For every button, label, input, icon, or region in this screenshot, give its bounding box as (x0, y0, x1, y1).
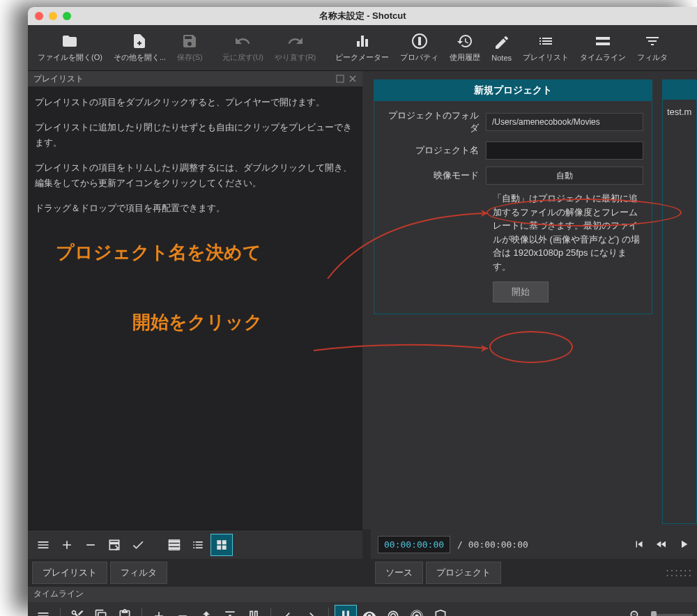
magnet-icon (339, 609, 353, 616)
timeline-panel-header: タイムライン (28, 587, 697, 602)
view-details-button[interactable] (163, 534, 185, 556)
split-icon (247, 609, 261, 616)
titlebar: 名称未設定 - Shotcut (28, 7, 697, 25)
folder-dropdown[interactable]: /Users/amenecobook/Movies (486, 113, 643, 131)
window-title: 名称未設定 - Shotcut (319, 10, 406, 22)
playlist-update-button[interactable] (103, 534, 125, 556)
timeline-button[interactable]: タイムライン (574, 30, 631, 66)
snap-button[interactable] (335, 605, 357, 616)
playlist-remove-button[interactable] (79, 534, 102, 556)
ripple-all-button[interactable] (406, 605, 428, 616)
zoom-out-icon (629, 609, 643, 616)
playlist-panel: プレイリスト プレイリストの項目をダブルクリックすると、プレイヤーで開けます。 … (28, 71, 362, 530)
toolbar-label: 元に戻す(U) (222, 52, 263, 63)
toolbar-label: その他を開く... (114, 52, 166, 63)
playlist-button[interactable]: プレイリスト (517, 30, 574, 66)
eye-icon (362, 609, 376, 616)
project-name-label: プロジェクト名 (383, 144, 486, 157)
filter-button[interactable]: フィルタ (631, 30, 673, 66)
tab-source[interactable]: ソース (375, 562, 423, 584)
equalizer-icon (354, 33, 371, 49)
annotation-ellipse (487, 199, 682, 226)
filter-icon (644, 33, 661, 49)
copy-button[interactable] (90, 605, 112, 616)
minus-icon (84, 538, 98, 552)
tab-project[interactable]: プロジェクト (426, 562, 501, 584)
open-file-button[interactable]: ファイルを開く(O) (32, 30, 108, 66)
scrub-button[interactable] (358, 605, 381, 616)
playlist-add-button[interactable] (56, 534, 78, 556)
timeline-toolbar (28, 602, 697, 616)
edit-icon (493, 34, 510, 51)
close-panel-icon[interactable] (348, 75, 357, 83)
check-icon (131, 538, 145, 552)
new-project-title: 新規プロジェクト (374, 80, 652, 101)
annotation-text: プロジェクト名を決めて (56, 237, 261, 268)
prev-marker-button[interactable] (277, 605, 299, 616)
cut-button[interactable] (66, 605, 89, 616)
annotation-ellipse (489, 331, 573, 363)
append-button[interactable] (148, 605, 170, 616)
close-window-button[interactable] (35, 12, 43, 20)
undo-button[interactable]: 元に戻す(U) (217, 30, 269, 66)
maximize-window-button[interactable] (63, 12, 71, 20)
minus-icon (176, 609, 190, 616)
ripple-all-icon (410, 609, 424, 616)
skip-start-icon[interactable] (633, 538, 645, 550)
save-button[interactable]: 保存(S) (171, 30, 208, 66)
paste-button[interactable] (114, 605, 136, 616)
chevron-left-icon (281, 609, 295, 616)
ripple-delete-button[interactable] (171, 605, 194, 616)
view-list-icon (191, 538, 205, 552)
open-other-button[interactable]: その他を開く... (108, 30, 171, 66)
view-list-button[interactable] (187, 534, 209, 556)
view-grid-button[interactable] (210, 534, 233, 556)
timeline-icon (595, 33, 611, 49)
lift-icon (199, 609, 213, 616)
overwrite-button[interactable] (219, 605, 241, 616)
playlist-toolbar (28, 530, 362, 559)
video-mode-dropdown[interactable]: 自動 (486, 167, 643, 185)
tab-playlist[interactable]: プレイリスト (32, 562, 107, 584)
plus-icon (152, 609, 166, 616)
right-area: 新規プロジェクト プロジェクトのフォルダ /Users/amenecobook/… (362, 71, 697, 530)
start-button[interactable]: 開始 (493, 282, 549, 302)
video-mode-label: 映像モード (383, 169, 486, 182)
split-button[interactable] (243, 605, 265, 616)
undock-icon[interactable] (336, 75, 344, 83)
traffic-lights (35, 12, 71, 20)
history-icon (457, 33, 473, 49)
timecode-total: / 00:00:00:00 (457, 539, 528, 550)
playlist-menu-button[interactable] (32, 534, 54, 556)
annotation-arrow (307, 340, 495, 361)
toolbar-label: プレイリスト (523, 52, 569, 63)
info-icon (411, 33, 428, 49)
history-button[interactable]: 使用履歴 (444, 30, 486, 66)
drag-handle-icon[interactable]: :::::: (666, 567, 693, 579)
timecode-input[interactable]: 00:00:00:00 (378, 536, 450, 553)
list-icon (537, 33, 554, 49)
next-marker-button[interactable] (300, 605, 323, 616)
toolbar-label: 使用履歴 (450, 52, 480, 63)
peak-meter-button[interactable]: ピークメーター (330, 30, 395, 66)
toolbar-label: プロパティ (400, 52, 438, 63)
view-detail-icon (167, 538, 181, 552)
minimize-window-button[interactable] (49, 12, 57, 20)
toolbar-label: Notes (491, 54, 512, 62)
ripple-button[interactable] (382, 605, 404, 616)
playlist-body: プレイリストの項目をダブルクリックすると、プレイヤーで開けます。 プレイリストに… (28, 86, 362, 530)
project-name-input[interactable] (486, 141, 643, 160)
recent-item[interactable]: test.m (667, 107, 692, 117)
notes-button[interactable]: Notes (486, 31, 517, 65)
zoom-out-button[interactable] (625, 605, 647, 616)
properties-button[interactable]: プロパティ (395, 30, 444, 66)
redo-button[interactable]: やり直す(R) (269, 30, 321, 66)
content-area: プレイリスト プレイリストの項目をダブルクリックすると、プレイヤーで開けます。 … (28, 71, 697, 530)
tab-filter[interactable]: フィルタ (110, 562, 167, 584)
lift-button[interactable] (195, 605, 217, 616)
playlist-check-button[interactable] (127, 534, 149, 556)
timeline-menu-button[interactable] (32, 605, 54, 616)
ripple-markers-button[interactable] (429, 605, 452, 616)
rewind-icon[interactable] (655, 538, 668, 550)
play-icon[interactable] (677, 538, 690, 550)
